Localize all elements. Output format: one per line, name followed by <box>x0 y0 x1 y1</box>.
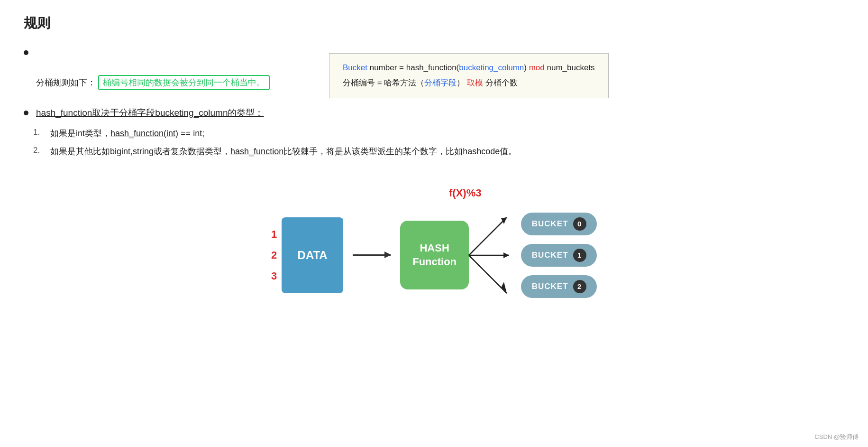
bullet2-content: hash_function取决于分桶字段bucketing_column的类型： <box>36 108 264 118</box>
formula-cn-close: ） <box>457 78 465 87</box>
bucket-2-label: BUCKET <box>532 282 568 291</box>
hash-line2: Function <box>412 256 457 268</box>
formula-cn-num: 分桶个数 <box>483 78 518 87</box>
svg-marker-5 <box>501 282 507 293</box>
bucket-1-num: 1 <box>573 249 586 262</box>
data-box: DATA <box>282 217 343 293</box>
fx-label: f(X)%3 <box>449 187 481 199</box>
formula-cn-col: 分桶字段 <box>424 78 457 87</box>
data-section: 1 2 3 DATA <box>271 217 343 293</box>
bullet1-highlight: 桶编号相同的数据会被分到同一个桶当中。 <box>98 75 270 90</box>
bucket-row-2: BUCKET 2 <box>521 275 597 298</box>
item1-underline: hash_function(int) <box>110 129 178 138</box>
bucket-2: BUCKET 2 <box>521 275 597 298</box>
arrow-data-hash <box>348 254 395 256</box>
bullet2-text: hash_function取决于分桶字段bucketing_column的类型： <box>36 107 264 119</box>
numbered-item-1: 1. 如果是int类型，hash_function(int) == int; <box>33 128 844 139</box>
formula-num-buckets: num_buckets <box>545 63 595 72</box>
num-3: 3 <box>271 270 277 282</box>
bullet-item-1: 分桶规则如下： 桶编号相同的数据会被分到同一个桶当中。 Bucket numbe… <box>24 47 844 98</box>
formula-cn-eq: = 哈希方法（ <box>375 78 424 87</box>
formula-line2: 分桶编号 = 哈希方法（分桶字段） 取模 分桶个数 <box>343 75 595 91</box>
hash-function-box: HASH Function <box>400 221 469 289</box>
svg-line-0 <box>469 217 507 255</box>
numbers-col: 1 2 3 <box>271 228 277 282</box>
formula-bucketing-col: bucketing_column <box>459 63 524 72</box>
item2-underline: hash_function <box>230 147 283 156</box>
num-2: 2 <box>271 249 277 261</box>
formula-cn-bucket: 分桶编号 <box>343 78 375 87</box>
item1-num: 1. <box>33 128 50 137</box>
item2-num: 2. <box>33 146 50 155</box>
bullet-item-2: hash_function取决于分桶字段bucketing_column的类型： <box>24 107 844 119</box>
bullet-dot-2 <box>24 111 28 115</box>
buckets-section: BUCKET 0 BUCKET 1 BUCKET 2 <box>521 213 597 298</box>
diagram-row: 1 2 3 DATA HASH Function <box>271 203 597 307</box>
item2-text: 如果是其他比如bigint,string或者复杂数据类型，hash_functi… <box>50 146 517 157</box>
formula-bucket-word: Bucket <box>343 63 367 72</box>
numbered-item-2: 2. 如果是其他比如bigint,string或者复杂数据类型，hash_fun… <box>33 146 844 157</box>
diagram-area: f(X)%3 1 2 3 DATA HASH <box>24 176 844 318</box>
bucket-row-0: BUCKET 0 <box>521 213 597 235</box>
bucket-1: BUCKET 1 <box>521 244 597 267</box>
fan-arrows-svg <box>469 203 521 307</box>
num-1: 1 <box>271 228 277 241</box>
bucket-0-label: BUCKET <box>532 219 568 229</box>
bucket-2-num: 2 <box>573 280 586 293</box>
formula-line1: Bucket number = hash_function(bucketing_… <box>343 60 595 75</box>
bucket-row-1: BUCKET 1 <box>521 244 597 267</box>
svg-marker-3 <box>503 252 509 258</box>
formula-number-eq: number = hash_function( <box>367 63 459 72</box>
hash-to-buckets: BUCKET 0 BUCKET 1 BUCKET 2 <box>469 203 597 307</box>
formula-mod-word: mod <box>529 63 545 72</box>
bullet-dot-1 <box>24 50 28 55</box>
bucket-0: BUCKET 0 <box>521 213 597 235</box>
data-label: DATA <box>298 249 328 262</box>
hash-label: HASH Function <box>412 242 457 269</box>
bucket-1-label: BUCKET <box>532 251 568 260</box>
formula-box: Bucket number = hash_function(bucketing_… <box>329 53 609 98</box>
item1-text: 如果是int类型，hash_function(int) == int; <box>50 128 204 139</box>
bullet-content-1: 分桶规则如下： 桶编号相同的数据会被分到同一个桶当中。 Bucket numbe… <box>36 47 609 98</box>
formula-cn-mod: 取模 <box>467 78 483 87</box>
arrow-line-1 <box>353 254 391 256</box>
formula-close-paren: ) <box>524 63 529 72</box>
page-title: 规则 <box>24 14 844 32</box>
hash-line1: HASH <box>420 242 449 254</box>
bullet1-prefix: 分桶规则如下： <box>36 78 96 87</box>
diagram-wrapper: f(X)%3 1 2 3 DATA HASH <box>271 187 597 307</box>
bucket-0-num: 0 <box>573 217 586 231</box>
